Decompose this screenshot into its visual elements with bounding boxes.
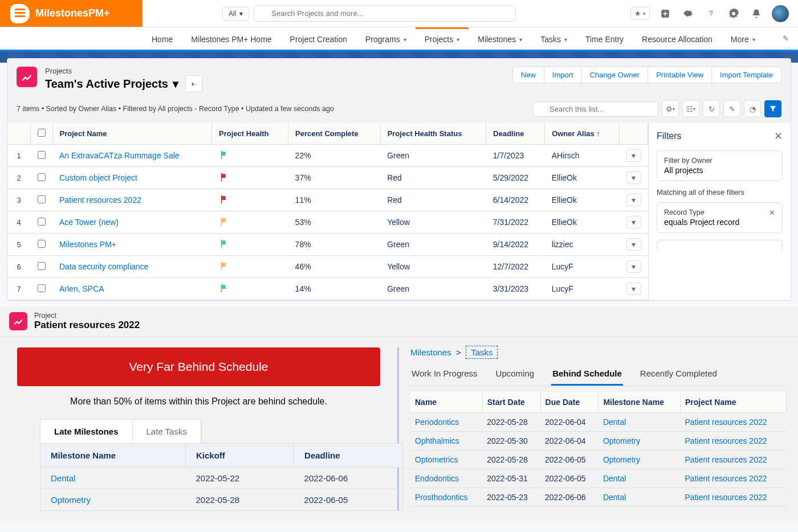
nav-milestones[interactable]: Milestones▾ (469, 27, 531, 50)
close-icon[interactable]: ✕ (774, 130, 783, 142)
remove-filter-icon[interactable]: ✕ (769, 208, 775, 217)
row-checkbox[interactable] (38, 151, 46, 159)
milestone-link[interactable]: Optometry (51, 495, 91, 505)
printable-view-button[interactable]: Printable View (648, 67, 712, 83)
filter-box-partial[interactable] (657, 240, 783, 252)
row-menu-button[interactable]: ▾ (626, 238, 641, 251)
list-search-input[interactable] (533, 101, 658, 117)
user-avatar[interactable] (772, 5, 789, 22)
global-search-input[interactable] (254, 5, 516, 22)
nav-project-creation[interactable]: Project Creation (281, 27, 356, 50)
project-link[interactable]: Patient resources 2022 (685, 418, 767, 427)
tab-upcoming[interactable]: Upcoming (495, 363, 536, 386)
col-percent-complete[interactable]: Percent Complete (288, 123, 381, 145)
col-deadline[interactable]: Deadline (486, 123, 545, 145)
subtab-late-tasks[interactable]: Late Tasks (133, 420, 201, 443)
flag-yellow-icon (219, 261, 229, 271)
milestone-link[interactable]: Dental (51, 473, 75, 483)
row-checkbox[interactable] (38, 195, 46, 203)
filter-record-type-box[interactable]: ✕ Record Type equals Project record (657, 202, 783, 233)
nav-projects[interactable]: Projects▾ (416, 27, 469, 50)
row-checkbox[interactable] (38, 173, 46, 181)
flag-green-icon (219, 283, 229, 293)
search-scope-dropdown[interactable]: All ▾ (222, 7, 249, 21)
task-link[interactable]: Ophthalmics (415, 436, 459, 445)
task-link[interactable]: Prosthodontics (415, 493, 468, 502)
project-link[interactable]: Data security compliance (59, 262, 148, 271)
tab-behind-schedule[interactable]: Behind Schedule (551, 363, 623, 386)
project-link[interactable]: Patient resources 2022 (685, 455, 767, 464)
table-row: 6Data security compliance46%Yellow12/7/2… (7, 256, 648, 278)
notification-bell-icon[interactable] (749, 6, 764, 21)
alert-subtext: More than 50% of items within this Proje… (17, 396, 380, 407)
row-menu-button[interactable]: ▾ (626, 283, 641, 295)
col-project-health-status[interactable]: Project Health Status (380, 123, 486, 145)
filter-owner-box[interactable]: Filter by Owner All projects (657, 150, 783, 181)
nav-edit-icon[interactable]: ✎ (773, 27, 798, 50)
import-button[interactable]: Import (544, 67, 582, 83)
col-owner-alias[interactable]: Owner Alias ↑ (545, 123, 620, 145)
refresh-button[interactable]: ↻ (703, 100, 720, 117)
nav-more[interactable]: More▾ (722, 27, 764, 50)
row-checkbox[interactable] (38, 218, 46, 226)
row-menu-button[interactable]: ▾ (626, 171, 641, 184)
help-icon[interactable]: ? (703, 6, 718, 21)
chart-button[interactable]: ◔ (744, 100, 761, 117)
task-link[interactable]: Optometrics (415, 455, 458, 464)
milestone-link[interactable]: Optometry (603, 455, 640, 464)
col-project-health[interactable]: Project Health (212, 123, 288, 145)
brand-name: MilestonesPM+ (35, 7, 110, 19)
detail-object-label: Project (34, 312, 140, 320)
row-checkbox[interactable] (38, 240, 46, 248)
milestone-link[interactable]: Optometry (603, 436, 640, 445)
nav-home[interactable]: Home (142, 27, 182, 50)
salesforce-icon[interactable] (681, 6, 695, 21)
row-checkbox[interactable] (38, 262, 46, 270)
display-as-button[interactable]: ☷▾ (682, 100, 699, 117)
subtab-late-milestones[interactable]: Late Milestones (40, 420, 133, 443)
nav-milestones-pm-home[interactable]: Milestones PM+ Home (182, 27, 280, 50)
edit-button[interactable]: ✎ (723, 100, 740, 117)
list-item: Ophthalmics2022-05-302022-06-04Optometry… (410, 432, 787, 451)
milestone-link[interactable]: Dental (603, 474, 626, 483)
nav-programs[interactable]: Programs▾ (356, 27, 416, 50)
select-all-checkbox[interactable] (38, 129, 46, 137)
milestone-link[interactable]: Dental (603, 493, 626, 502)
project-link[interactable]: Patient resources 2022 (685, 493, 767, 502)
nav-resource-allocation[interactable]: Resource Allocation (633, 27, 722, 50)
add-icon[interactable] (658, 6, 673, 21)
app-logo[interactable]: MilestonesPM+ (0, 0, 142, 27)
col-project-name[interactable]: Project Name (52, 123, 212, 145)
project-link[interactable]: Milestones PM+ (59, 240, 116, 249)
row-menu-button[interactable]: ▾ (626, 194, 641, 206)
gear-icon[interactable] (726, 6, 741, 21)
project-link[interactable]: Patient resources 2022 (685, 474, 767, 483)
project-link[interactable]: Patient resources 2022 (685, 436, 767, 445)
milestone-link[interactable]: Dental (603, 418, 626, 427)
nav-time-entry[interactable]: Time Entry (576, 27, 633, 50)
project-link[interactable]: An ExtravaCATza Rummage Sale (59, 151, 180, 160)
tab-recently-completed[interactable]: Recently Completed (639, 363, 718, 386)
project-link[interactable]: Custom object Project (59, 173, 137, 182)
project-link[interactable]: Patient resources 2022 (59, 195, 141, 204)
row-menu-button[interactable]: ▾ (626, 149, 641, 162)
filter-button[interactable] (764, 100, 781, 117)
crumb-tasks[interactable]: Tasks (466, 346, 498, 359)
import-template-button[interactable]: Import Template (711, 67, 781, 83)
favorites-button[interactable]: ★▾ (630, 7, 650, 20)
project-link[interactable]: Ace Tower (new) (59, 218, 119, 227)
crumb-milestones[interactable]: Milestones (410, 347, 451, 357)
task-link[interactable]: Endodontics (415, 474, 459, 483)
row-menu-button[interactable]: ▾ (626, 216, 641, 228)
row-checkbox[interactable] (38, 284, 46, 292)
tab-work-in-progress[interactable]: Work In Progress (410, 363, 479, 386)
new-button[interactable]: New (512, 67, 544, 83)
row-menu-button[interactable]: ▾ (626, 260, 641, 273)
nav-tasks[interactable]: Tasks▾ (531, 27, 576, 50)
pin-button[interactable] (185, 75, 202, 92)
list-view-picker[interactable]: Team's Active Projects ▾ (45, 75, 202, 92)
change-owner-button[interactable]: Change Owner (581, 67, 648, 83)
settings-gear-button[interactable]: ⚙▾ (662, 100, 679, 117)
project-link[interactable]: Arlen, SPCA (59, 284, 104, 293)
task-link[interactable]: Periodontics (415, 418, 459, 427)
